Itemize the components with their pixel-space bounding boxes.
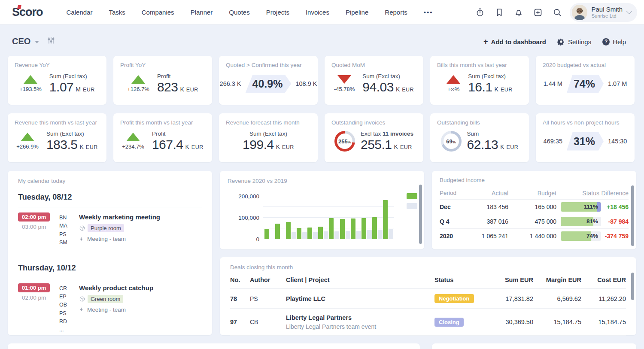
user-menu[interactable]: Paul Smith Sunrise Ltd: [570, 3, 637, 22]
status-bar: 81%: [561, 217, 601, 226]
kpi-label: Sum (Excl tax): [249, 130, 287, 137]
nav-item-projects[interactable]: Projects: [266, 9, 289, 16]
timer-icon[interactable]: [475, 8, 485, 17]
y-axis-label: 200,000: [226, 193, 259, 200]
panel-scrollbar[interactable]: [631, 185, 634, 246]
event-end-time: 03:00 pm: [18, 224, 59, 230]
event-type-label: Meeting - team: [87, 307, 126, 313]
kpi-label: Sum (Excl tax): [49, 73, 95, 79]
table-row[interactable]: 78 PS Playtime LLC Negotiation 17,831.82…: [230, 289, 626, 309]
chevron-down-icon: [626, 9, 632, 14]
dashboard-title[interactable]: CEO: [12, 36, 30, 46]
nav-item-calendar[interactable]: Calendar: [67, 9, 93, 16]
bar-2020-Mar: [286, 222, 291, 240]
dashboard-dropdown-caret-icon[interactable]: [35, 41, 39, 43]
status-bar: 74%: [561, 231, 601, 241]
help-button[interactable]: ? Help: [602, 38, 626, 46]
bar-2019-Sep: [356, 231, 361, 240]
kpi-revenue-yoy: Revenue YoY +193.5% Sum (Excl tax) 1.07M…: [8, 56, 106, 105]
user-company: Sunrise Ltd: [591, 13, 623, 18]
bar-2019-Jun: [324, 231, 328, 239]
kpi-right-value: 108.9 K: [295, 80, 317, 87]
nav-item-tasks[interactable]: Tasks: [109, 9, 125, 16]
kpi-title: Revenue forecast this month: [226, 119, 311, 126]
kpi-title: Revenue this month vs last year: [15, 119, 100, 126]
table-row[interactable]: Q 4 387 016 475 000 81% -87 984: [440, 214, 629, 229]
calendar-day-heading: Thursday, 10/12: [18, 264, 202, 273]
room-icon: [79, 296, 85, 302]
bar-2020-Jun: [318, 227, 323, 240]
table-row[interactable]: 97 CB Liberty Legal Partners Liberty Leg…: [230, 309, 626, 336]
event-type-bolt-icon: [79, 307, 84, 313]
nav-item-reports[interactable]: Reports: [385, 9, 407, 16]
kpi-profit-month: Profit this month vs last year +234.7% P…: [113, 113, 212, 162]
bar-2020-Jan: [264, 229, 269, 240]
quick-add-icon[interactable]: [533, 8, 543, 17]
bar-2020-Apr: [297, 228, 301, 240]
bell-icon[interactable]: [514, 8, 523, 17]
nav-item-invoices[interactable]: Invoices: [306, 9, 329, 16]
nav-item-quotes[interactable]: Quotes: [229, 9, 249, 16]
bar-2019-Mar: [292, 232, 296, 240]
kpi-label: Sum (Excl tax): [46, 130, 98, 137]
kpi-value: 16.1: [468, 80, 492, 94]
kpi-delta: +234.7%: [122, 143, 144, 150]
panel-title: Budgeted income: [440, 177, 629, 183]
kpi-quoted-mom: Quoted MoM -45.78% Sum (Excl tax) 94.03K…: [325, 56, 423, 105]
event-start-time-badge: 01:00 pm: [18, 283, 50, 292]
kpi-revenue-forecast: Revenue forecast this month Sum (Excl ta…: [219, 113, 318, 162]
kpi-value: 183.5: [46, 137, 78, 152]
event-room-chip: Purple room: [88, 224, 124, 232]
table-row[interactable]: Dec 183 456 165 000 111% +18 456: [440, 200, 629, 214]
dashboard-filter-icon[interactable]: [47, 36, 55, 46]
nav-item-pipeline[interactable]: Pipeline: [346, 9, 368, 16]
nav-item-planner[interactable]: Planner: [191, 9, 213, 16]
bookmark-icon[interactable]: [495, 8, 504, 17]
nav-item-companies[interactable]: Companies: [142, 9, 174, 16]
logo-text: Scoro: [12, 6, 43, 18]
panel-scrollbar[interactable]: [419, 185, 422, 244]
kpi-right-value: 145:30: [608, 138, 627, 145]
kpi-right-value: 1.07 M: [608, 80, 627, 87]
trend-up-icon: [447, 75, 460, 84]
event-title: Weekly product catchup: [79, 284, 202, 291]
table-header-row: Period Actual Budget Status Difference: [440, 187, 629, 200]
top-navigation: Scoro Calendar Tasks Companies Planner Q…: [0, 0, 644, 24]
scoro-logo[interactable]: Scoro: [12, 6, 43, 19]
kpi-label: Sum (Excl tax): [468, 73, 513, 79]
invoices-donut-gauge: 255%: [334, 131, 355, 152]
table-row[interactable]: 2020 1 065 241 1 440 000 74% -374 759: [440, 229, 629, 243]
event-attendees: BN MA PS SM: [59, 212, 79, 247]
trend-up-icon: [24, 75, 37, 84]
kpi-value: 62.13: [467, 137, 498, 152]
legend-swatch-2019: [407, 203, 417, 209]
kpi-title: Quoted > Confirmed this year: [226, 62, 311, 68]
search-icon[interactable]: [553, 8, 562, 17]
deal-project-name: Liberty Legal Partners team event: [286, 323, 434, 330]
nav-more-menu[interactable]: •••: [424, 9, 433, 16]
y-axis-label: 100,000: [226, 215, 259, 221]
panel-scrollbar[interactable]: [631, 273, 634, 300]
deals-panel: Deals closing this month No. Author Clie…: [220, 257, 636, 335]
bar-2019-May: [313, 232, 318, 240]
y-axis-label: 0: [226, 236, 259, 243]
trend-up-icon: [126, 133, 140, 141]
calendar-event[interactable]: 02:00 pm 03:00 pm BN MA PS SM Weekly mar…: [18, 207, 202, 249]
event-start-time-badge: 02:00 pm: [18, 212, 50, 222]
kpi-outstanding-bills: Outstanding bills 69% Sum 62.13KEUR: [430, 113, 529, 162]
kpi-value: 94.03: [362, 80, 394, 94]
bar-2020-Aug: [340, 219, 345, 239]
chart-plot-area: [263, 188, 394, 239]
calendar-event[interactable]: 01:00 pm 02:00 pm CR EP OB PS RD ... Wee…: [18, 278, 202, 336]
event-room-chip: Green room: [88, 295, 123, 303]
kpi-label: Excl tax: [361, 130, 381, 137]
add-to-dashboard-button[interactable]: + Add to dashboard: [483, 38, 546, 46]
kpi-percent: 40.9%: [246, 75, 292, 93]
kpi-delta: +266.9%: [16, 143, 39, 150]
event-attendees: CR EP OB PS RD ...: [59, 283, 79, 334]
plus-icon: +: [483, 38, 488, 46]
room-icon: [79, 225, 85, 231]
bar-2020-Oct: [361, 218, 366, 240]
kpi-label-bold: 11 invoices: [383, 130, 413, 137]
settings-button[interactable]: Settings: [557, 38, 591, 46]
